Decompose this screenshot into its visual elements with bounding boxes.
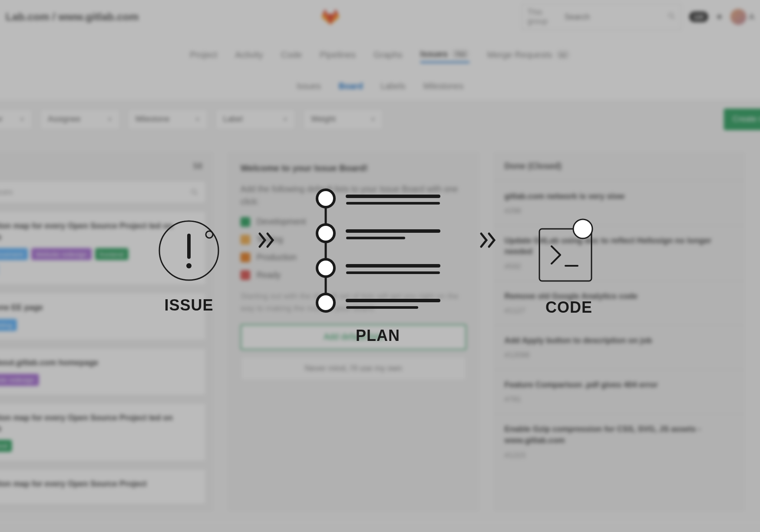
dim-overlay	[0, 0, 760, 532]
